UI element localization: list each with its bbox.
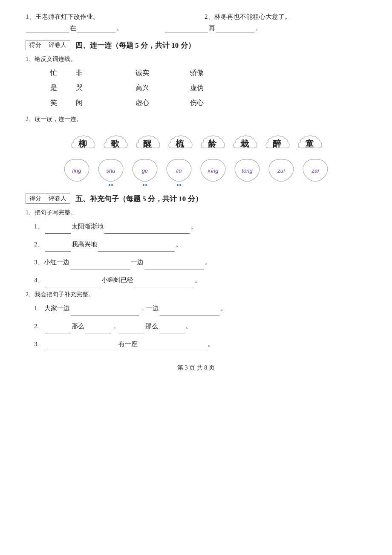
fill-line-4: 4、 小蝌蚪已经 。 xyxy=(34,273,366,287)
leaf-item-4: xǐng xyxy=(199,158,227,186)
leaf-item-7: zāi xyxy=(301,158,329,186)
fill-blank-1a xyxy=(26,25,69,32)
clouds-row: 柳 歌 醒 梳 龄 栽 醉 童 xyxy=(26,133,366,154)
leaf-text-2: gē xyxy=(142,168,148,174)
section4-sub1: 1、给反义词连线。 xyxy=(26,55,366,63)
leaf-text-0: líng xyxy=(72,168,81,174)
section4-sub2: 2、读一读，连一连。 xyxy=(26,116,366,123)
cloud-char-1: 歌 xyxy=(111,138,119,150)
cloud-shape-1: 歌 xyxy=(102,133,128,154)
fill-line-3: 3、小红一边 一边 。 xyxy=(34,255,366,269)
cloud-item-4: 龄 xyxy=(199,133,225,154)
zai-label: 在 xyxy=(70,24,76,32)
cloud-shape-2: 醒 xyxy=(134,133,161,154)
cloud-shape-6: 醉 xyxy=(264,133,290,154)
section5-title: 五、补充句子（每题 5 分，共计 10 分） xyxy=(75,194,202,204)
cloud-shape-3: 梳 xyxy=(167,133,193,154)
leaf-text-4: xǐng xyxy=(208,168,219,174)
leaf-shape-6: zuì xyxy=(267,158,295,183)
ant-cell-2-3 xyxy=(94,81,128,95)
ant-cell-3-5 xyxy=(157,95,182,110)
reviewer-label-5: 评卷人 xyxy=(45,194,70,203)
leaf-item-6: zuì xyxy=(267,158,295,186)
score-box-4: 得分 评卷人 xyxy=(26,40,70,50)
score-label-5: 得分 xyxy=(26,194,45,203)
leaf-text-6: zuì xyxy=(277,168,285,174)
cloud-char-5: 栽 xyxy=(240,138,249,150)
fill-blank-2b xyxy=(216,25,254,32)
cloud-shape-7: 童 xyxy=(296,133,323,154)
cloud-item-5: 栽 xyxy=(231,133,258,154)
cloud-shape-5: 栽 xyxy=(231,133,258,154)
leaf-shape-3: liù xyxy=(165,158,193,183)
fill-row: 在 。 再 。 xyxy=(26,24,366,32)
ant-cell-3-3 xyxy=(94,95,128,110)
cloud-char-4: 龄 xyxy=(208,138,216,150)
sentence-2: 2、林冬再也不能粗心大意了。 xyxy=(187,13,366,21)
leaf-text-5: tóng xyxy=(242,168,252,174)
period-2: 。 xyxy=(255,24,262,32)
section5-sub1: 1、把句子写完整。 xyxy=(26,209,366,217)
ant-row-2: 是 哭 高兴 虚伪 xyxy=(43,81,211,95)
page-footer: 第 3 页 共 8 页 xyxy=(26,364,366,372)
ant-cell-3-2: 闲 xyxy=(68,95,94,110)
sentence-1: 1、王老师在灯下改作业。 xyxy=(26,13,187,21)
fill2-line-1: 1. 大家一边 ，一边 。 xyxy=(34,301,366,315)
ant-cell-1-1: 忙 xyxy=(43,66,68,81)
ant-cell-1-4: 诚实 xyxy=(128,66,157,81)
leaf-shape-5: tóng xyxy=(233,158,261,183)
leaf-item-0: líng xyxy=(63,158,91,186)
fill-blank-2a xyxy=(165,25,208,32)
ant-cell-2-1: 是 xyxy=(43,81,68,95)
ant-row-3: 笑 闲 虚心 伤心 xyxy=(43,95,211,110)
cloud-shape-0: 柳 xyxy=(69,133,96,154)
cloud-item-3: 梳 xyxy=(167,133,193,154)
leaf-text-7: zāi xyxy=(312,168,319,174)
leaves-row: líng shū gē liù xǐng tóng zuì zāi xyxy=(26,158,366,186)
leaf-text-1: shū xyxy=(107,168,115,174)
ant-cell-3-6: 伤心 xyxy=(182,95,211,110)
cloud-char-6: 醉 xyxy=(273,138,281,150)
cloud-item-0: 柳 xyxy=(69,133,96,154)
section5-header: 得分 评卷人 五、补充句子（每题 5 分，共计 10 分） xyxy=(26,194,366,204)
ant-cell-2-2: 哭 xyxy=(68,81,94,95)
ant-cell-3-1: 笑 xyxy=(43,95,68,110)
leaf-shape-7: zāi xyxy=(301,158,329,183)
sentence-fill-2: 1. 大家一边 ，一边 。 2. 那么 ， 那么 。 3. 有一座 。 xyxy=(34,301,366,351)
leaf-item-2: gē xyxy=(131,158,159,186)
leaf-item-3: liù xyxy=(165,158,193,186)
leaf-text-3: liù xyxy=(176,168,182,174)
zai2-label: 再 xyxy=(209,24,215,32)
fill2-line-2: 2. 那么 ， 那么 。 xyxy=(34,319,366,333)
score-label-4: 得分 xyxy=(26,40,45,50)
leaf-shape-4: xǐng xyxy=(199,158,227,183)
fill-blank-1b xyxy=(77,25,115,32)
antonym-table: 忙 非 诚实 骄傲 是 哭 高兴 虚伪 笑 闲 虚心 伤心 xyxy=(43,66,211,110)
leaf-shape-1: shū xyxy=(97,158,125,183)
sentence-fill-1: 1、 太阳渐渐地 。 2、 我高兴地 。 3、小红一边 一边 。 4、 小蝌蚪已… xyxy=(34,219,366,287)
ant-cell-1-3 xyxy=(94,66,128,81)
leaf-item-1: shū xyxy=(97,158,125,186)
cloud-item-7: 童 xyxy=(296,133,323,154)
section4-header: 得分 评卷人 四、连一连（每题 5 分，共计 10 分） xyxy=(26,40,366,50)
top-sentences: 1、王老师在灯下改作业。 2、林冬再也不能粗心大意了。 xyxy=(26,13,366,21)
fill-line-2: 2、 我高兴地 。 xyxy=(34,237,366,251)
leaf-shape-0: líng xyxy=(63,158,91,183)
ant-cell-2-5 xyxy=(157,81,182,95)
footer-text: 第 3 页 共 8 页 xyxy=(177,364,215,371)
fill2-line-3: 3. 有一座 。 xyxy=(34,337,366,351)
fill-line-1: 1、 太阳渐渐地 。 xyxy=(34,219,366,234)
sentence-2-text: 2、林冬再也不能粗心大意了。 xyxy=(205,13,291,20)
section5-sub2: 2、我会把句子补充完整。 xyxy=(26,291,366,298)
ant-cell-2-6: 虚伪 xyxy=(182,81,211,95)
ant-cell-1-6: 骄傲 xyxy=(182,66,211,81)
section4-title: 四、连一连（每题 5 分，共计 10 分） xyxy=(75,40,195,50)
score-box-5: 得分 评卷人 xyxy=(26,194,70,204)
cloud-item-2: 醒 xyxy=(134,133,161,154)
leaf-item-5: tóng xyxy=(233,158,261,186)
ant-cell-1-5 xyxy=(157,66,182,81)
cloud-item-6: 醉 xyxy=(264,133,290,154)
cloud-char-7: 童 xyxy=(305,138,314,150)
leaf-shape-2: gē xyxy=(131,158,159,183)
ant-cell-3-4: 虚心 xyxy=(128,95,157,110)
